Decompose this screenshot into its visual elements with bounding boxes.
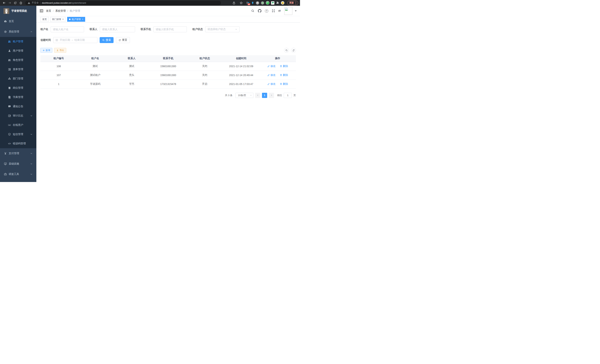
sidebar-item-payment[interactable]: 支付管理 bbox=[0, 148, 36, 159]
extension-chat-icon[interactable] bbox=[271, 1, 274, 5]
extension-record-icon[interactable] bbox=[261, 1, 264, 5]
contact-input[interactable] bbox=[102, 28, 133, 31]
extensions-puzzle-icon[interactable] bbox=[276, 1, 279, 4]
breadcrumb: 首页 / 系统管理 / 租户管理 bbox=[46, 9, 80, 13]
sidebar-item-infrastructure[interactable]: 基础设施 bbox=[0, 159, 36, 169]
breadcrumb-system[interactable]: 系统管理 bbox=[55, 9, 66, 13]
toggle-search-button[interactable] bbox=[284, 48, 289, 53]
next-page-button[interactable] bbox=[269, 93, 274, 98]
sidebar-item-notice[interactable]: 通知公告 bbox=[0, 102, 36, 111]
refresh-icon bbox=[119, 39, 121, 41]
sidebar-item-menu[interactable]: 菜单管理 bbox=[0, 65, 36, 74]
sidebar-item-label: 租户管理 bbox=[13, 40, 23, 43]
status-select[interactable]: 请选择租户状态 bbox=[205, 26, 240, 32]
github-icon[interactable] bbox=[258, 9, 262, 13]
browser-update-button[interactable]: 更新 bbox=[287, 1, 298, 5]
prev-page-button[interactable] bbox=[255, 93, 260, 98]
sidebar-item-dept[interactable]: 部门管理 bbox=[0, 74, 36, 83]
tenant-users-icon bbox=[8, 40, 11, 43]
devtools-toolbox-icon bbox=[4, 173, 7, 176]
create-time-range-picker[interactable]: 开始日期 - 结束日期 bbox=[53, 37, 97, 43]
refresh-table-button[interactable] bbox=[291, 48, 296, 53]
table-row: 107 测试租户 秃头 15601691300 关闭 2021-12-14 20… bbox=[40, 71, 296, 80]
browser-address-bar[interactable]: 不安全 dashboard.yudao.iocoder.cn/system/te… bbox=[25, 1, 221, 5]
search-icon bbox=[285, 49, 288, 52]
avatar-dropdown-caret-icon[interactable] bbox=[295, 10, 297, 11]
sidebar-item-system[interactable]: 系统管理 bbox=[0, 27, 36, 37]
browser-reload-icon[interactable] bbox=[13, 1, 18, 5]
sidebar-collapse-icon[interactable] bbox=[40, 9, 43, 12]
header-search-icon[interactable] bbox=[251, 9, 254, 12]
tab-tenant[interactable]: 租户管理 × bbox=[67, 17, 85, 22]
status-text: 开启 bbox=[187, 80, 223, 88]
browser-menu-dots-icon[interactable] bbox=[296, 2, 296, 4]
browser-home-icon[interactable] bbox=[19, 1, 23, 5]
extension-kite-icon[interactable] bbox=[251, 1, 254, 4]
export-button[interactable]: 导出 bbox=[54, 48, 66, 53]
sidebar-item-error-code[interactable]: 错误码管理 bbox=[0, 139, 36, 148]
status-text: 关闭 bbox=[187, 71, 223, 80]
sidebar-item-online-user[interactable]: 在线用户 bbox=[0, 121, 36, 130]
sidebar-item-tenant[interactable]: 租户管理 bbox=[0, 37, 36, 46]
tab-home[interactable]: 首页 bbox=[40, 17, 49, 22]
sidebar-item-devtools[interactable]: 研发工具 bbox=[0, 169, 36, 179]
profile-avatar-emoji-icon[interactable] bbox=[281, 1, 284, 5]
system-submenu: 租户管理 用户管理 角色管理 菜单管理 bbox=[0, 37, 36, 148]
tab-close-icon[interactable]: × bbox=[62, 18, 64, 20]
chevron-down-icon bbox=[30, 115, 32, 117]
contact-input-wrap bbox=[100, 26, 135, 32]
font-size-icon[interactable]: tT bbox=[279, 9, 281, 12]
active-tab-dot bbox=[69, 19, 71, 20]
sidebar-item-label: 系统管理 bbox=[9, 30, 19, 33]
extension-command-icon[interactable]: ⌘ bbox=[256, 1, 259, 5]
add-button[interactable]: 新增 bbox=[40, 48, 52, 53]
delete-link[interactable]: 删除 bbox=[280, 82, 288, 86]
user-avatar[interactable] bbox=[284, 7, 292, 15]
edit-link[interactable]: 修改 bbox=[267, 65, 276, 68]
phone-input[interactable] bbox=[156, 28, 185, 31]
table-row: 108 测试 测试 15601691300 关闭 2021-12-14 21:0… bbox=[40, 62, 296, 71]
sidebar-item-audit-log[interactable]: 审计日志 bbox=[0, 111, 36, 121]
col-tenant-name: 租户名 bbox=[77, 55, 113, 62]
bookmark-star-icon[interactable] bbox=[239, 1, 244, 5]
sms-shield-icon bbox=[8, 133, 11, 136]
search-button[interactable]: 搜索 bbox=[100, 37, 113, 43]
browser-back-icon[interactable] bbox=[2, 1, 6, 5]
audit-log-icon bbox=[8, 114, 11, 117]
sidebar-item-post[interactable]: 岗位管理 bbox=[0, 83, 36, 93]
sidebar-item-user[interactable]: 用户管理 bbox=[0, 46, 36, 56]
sidebar-item-sms[interactable]: 短信管理 bbox=[0, 130, 36, 139]
browser-forward-icon[interactable] bbox=[7, 1, 12, 5]
extension-yudao-icon[interactable]: Y bbox=[266, 1, 269, 5]
chevron-down-icon bbox=[30, 173, 32, 175]
tenant-name-input[interactable] bbox=[53, 28, 82, 31]
delete-link[interactable]: 删除 bbox=[280, 74, 288, 77]
sidebar-item-dict[interactable]: 字典管理 bbox=[0, 93, 36, 102]
app-logo[interactable]: 芋道管理系统 bbox=[0, 6, 36, 16]
delete-link[interactable]: 删除 bbox=[280, 65, 288, 68]
broken-image-icon bbox=[285, 8, 288, 11]
help-icon[interactable]: ? bbox=[265, 9, 268, 13]
extension-tab-manager-icon[interactable]: 10 bbox=[246, 1, 249, 4]
sidebar-item-role[interactable]: 角色管理 bbox=[0, 56, 36, 65]
col-status: 租户状态 bbox=[187, 55, 223, 62]
reset-button[interactable]: 重置 bbox=[116, 37, 130, 43]
edit-link[interactable]: 修改 bbox=[267, 82, 276, 86]
security-label[interactable]: 不安全 bbox=[32, 1, 39, 4]
pagination: 共 3 条 10条/页 1 前往 页 bbox=[40, 93, 296, 98]
col-actions: 操作 bbox=[259, 55, 296, 62]
page-url[interactable]: dashboard.yudao.iocoder.cn/system/tenant bbox=[42, 2, 86, 4]
browser-right-controls: 10 ⌘ Y 更新 bbox=[232, 1, 298, 5]
sidebar-item-home[interactable]: 首页 bbox=[0, 16, 36, 27]
user-icon bbox=[8, 49, 11, 52]
share-icon[interactable] bbox=[232, 1, 236, 5]
extension-badge: 10 bbox=[248, 3, 250, 5]
current-page-button[interactable]: 1 bbox=[262, 93, 267, 98]
tab-close-icon[interactable]: × bbox=[82, 18, 83, 20]
edit-link[interactable]: 修改 bbox=[267, 74, 276, 77]
fullscreen-icon[interactable] bbox=[272, 9, 275, 12]
tab-dept[interactable]: 部门管理 × bbox=[50, 17, 66, 22]
page-size-select[interactable]: 10条/页 bbox=[235, 93, 253, 98]
goto-page-input[interactable] bbox=[284, 93, 292, 98]
breadcrumb-home[interactable]: 首页 bbox=[46, 9, 51, 13]
